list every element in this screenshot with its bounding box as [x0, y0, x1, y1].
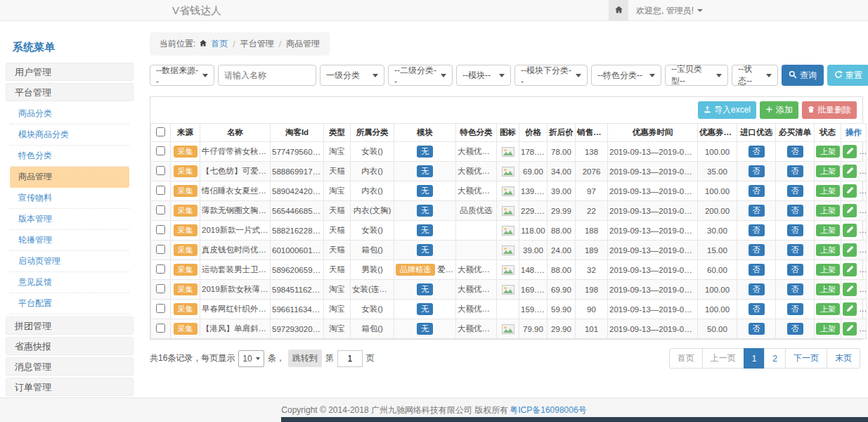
- sidebar-subitem-4[interactable]: 宣传物料: [10, 188, 129, 209]
- edit-button[interactable]: [843, 263, 857, 276]
- must-buy-badge[interactable]: 否: [787, 185, 803, 197]
- icp-link[interactable]: 粤ICP备16098006号: [510, 404, 586, 416]
- sidebar-subitem-0[interactable]: 商品分类: [10, 103, 129, 124]
- row-checkbox[interactable]: [156, 324, 165, 333]
- select-all-checkbox[interactable]: [156, 127, 165, 136]
- user-menu[interactable]: 欢迎您, 管理员!: [636, 0, 703, 21]
- topbar-home-button[interactable]: [609, 0, 628, 20]
- must-buy-badge[interactable]: 否: [787, 205, 803, 217]
- row-checkbox[interactable]: [156, 146, 165, 155]
- imported-badge[interactable]: 否: [749, 185, 765, 197]
- sidebar-subitem-6[interactable]: 轮播管理: [10, 230, 129, 251]
- sidebar-item-5[interactable]: 订单管理: [6, 378, 134, 396]
- must-buy-badge[interactable]: 否: [787, 165, 803, 177]
- status-badge[interactable]: 上架: [816, 205, 840, 217]
- add-button[interactable]: 添加: [760, 101, 798, 119]
- row-checkbox[interactable]: [156, 186, 165, 195]
- status-badge[interactable]: 上架: [816, 303, 840, 315]
- pencil-icon: [846, 304, 854, 314]
- status-badge[interactable]: 上架: [816, 283, 840, 295]
- batch-delete-button[interactable]: 批量删除: [802, 101, 857, 119]
- edit-button[interactable]: [843, 165, 857, 178]
- coupon-amount-cell: 35.00: [698, 162, 737, 181]
- filter-select-level1-category[interactable]: 一级分类: [320, 65, 384, 86]
- edit-button[interactable]: [843, 204, 857, 217]
- edit-button[interactable]: [843, 145, 857, 158]
- status-badge[interactable]: 上架: [816, 224, 840, 236]
- edit-button[interactable]: [843, 243, 857, 257]
- sidebar-subitem-5[interactable]: 版本管理: [10, 209, 129, 230]
- must-buy-badge[interactable]: 否: [787, 283, 803, 295]
- sidebar-item-1[interactable]: 平台管理: [6, 83, 134, 101]
- status-badge[interactable]: 上架: [816, 185, 840, 197]
- imported-badge[interactable]: 否: [749, 205, 765, 217]
- search-button[interactable]: 查询: [782, 65, 824, 86]
- filter-select-feature-category[interactable]: --特色分类--: [591, 65, 661, 86]
- row-checkbox[interactable]: [156, 205, 165, 215]
- edit-button[interactable]: [843, 302, 857, 316]
- pager-button-2[interactable]: 1: [744, 348, 765, 369]
- status-badge[interactable]: 上架: [816, 323, 840, 335]
- status-badge[interactable]: 上架: [816, 264, 840, 276]
- row-checkbox[interactable]: [156, 304, 165, 313]
- sidebar-item-4[interactable]: 消息管理: [6, 357, 134, 376]
- imported-badge[interactable]: 否: [749, 303, 765, 315]
- pager-button-0[interactable]: 首页: [669, 348, 703, 369]
- import-excel-button[interactable]: 导入excel: [698, 101, 756, 119]
- must-buy-badge[interactable]: 否: [787, 224, 803, 236]
- filter-select-status[interactable]: --状态--: [732, 65, 778, 86]
- row-checkbox[interactable]: [156, 225, 165, 234]
- breadcrumb-home-link[interactable]: 首页: [211, 38, 228, 50]
- jump-button[interactable]: 跳转到: [288, 350, 322, 367]
- edit-button[interactable]: [843, 283, 857, 296]
- filter-select-module[interactable]: --模块--: [456, 65, 511, 86]
- imported-badge[interactable]: 否: [749, 323, 765, 335]
- row-checkbox[interactable]: [156, 245, 165, 254]
- sidebar-item-2[interactable]: 拼团管理: [6, 316, 134, 335]
- source-cell: 采集: [171, 221, 200, 241]
- imported-badge[interactable]: 否: [749, 244, 765, 256]
- must-buy-badge[interactable]: 否: [787, 264, 803, 276]
- sidebar-subitem-7[interactable]: 启动页管理: [10, 251, 129, 272]
- name-search-input[interactable]: [218, 65, 316, 86]
- edit-button[interactable]: [843, 224, 857, 237]
- must-buy-badge[interactable]: 否: [787, 244, 803, 256]
- pager-button-4[interactable]: 下一页: [785, 348, 827, 369]
- status-badge[interactable]: 上架: [816, 146, 840, 158]
- row-checkbox[interactable]: [156, 264, 165, 274]
- edit-button[interactable]: [843, 184, 857, 198]
- filter-select-data-source[interactable]: --数据来源--: [150, 65, 214, 86]
- edit-button[interactable]: [843, 322, 857, 335]
- must-buy-badge[interactable]: 否: [787, 323, 803, 335]
- coupon-amount-cell: 100.00: [698, 280, 737, 300]
- sidebar-subitem-3[interactable]: 商品管理: [10, 167, 129, 188]
- imported-badge[interactable]: 否: [749, 146, 765, 158]
- status-badge[interactable]: 上架: [816, 244, 840, 256]
- imported-badge[interactable]: 否: [749, 165, 765, 177]
- pager-button-3[interactable]: 2: [764, 348, 786, 369]
- row-checkbox[interactable]: [156, 166, 165, 175]
- sidebar-subitem-1[interactable]: 模块商品分类: [10, 124, 129, 146]
- sidebar-item-3[interactable]: 省惠快报: [6, 337, 134, 355]
- imported-badge[interactable]: 否: [749, 224, 765, 236]
- filter-select-value: --模块--: [462, 70, 491, 82]
- sidebar-subitem-8[interactable]: 意见反馈: [10, 272, 129, 293]
- filter-select-item-type[interactable]: --宝贝类型--: [665, 65, 728, 86]
- status-badge[interactable]: 上架: [816, 165, 840, 177]
- row-checkbox[interactable]: [156, 284, 165, 293]
- pager-button-1[interactable]: 上一页: [702, 348, 744, 369]
- per-page-select[interactable]: 10: [238, 350, 264, 367]
- sidebar-item-0[interactable]: 用户管理: [6, 63, 134, 81]
- imported-badge[interactable]: 否: [749, 283, 765, 295]
- must-buy-badge[interactable]: 否: [787, 146, 803, 158]
- actions-cell: [841, 221, 867, 241]
- filter-select-level2-category[interactable]: --二级分类--: [388, 65, 453, 86]
- reset-button[interactable]: 重置: [827, 65, 868, 86]
- pager-button-5[interactable]: 末页: [827, 348, 860, 369]
- sidebar-subitem-9[interactable]: 平台配置: [10, 293, 129, 314]
- must-buy-badge[interactable]: 否: [787, 303, 803, 315]
- page-number-input[interactable]: [337, 350, 363, 367]
- imported-badge[interactable]: 否: [749, 264, 765, 276]
- filter-select-module-sub-category[interactable]: --模块下分类--: [514, 65, 588, 86]
- sidebar-subitem-2[interactable]: 特色分类: [10, 146, 129, 167]
